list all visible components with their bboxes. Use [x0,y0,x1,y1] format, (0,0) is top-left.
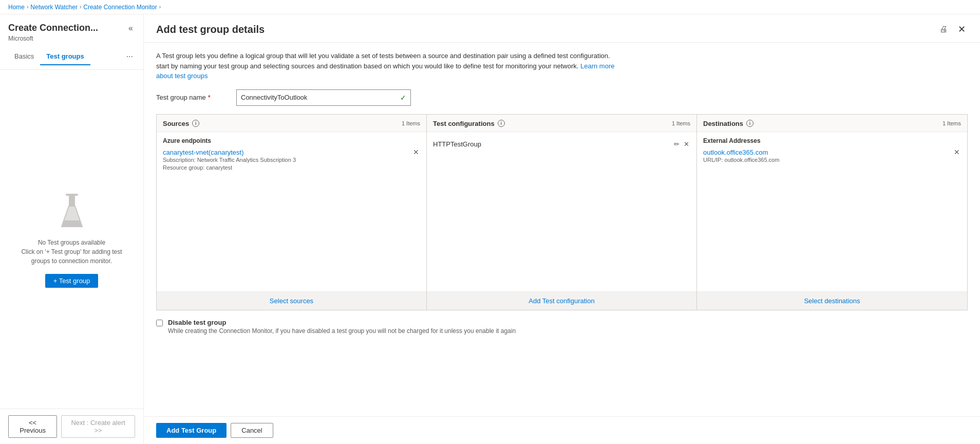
test-configuration-name: HTTPTestGroup [433,140,673,148]
test-configurations-panel: Test configurations i 1 Items HTTPTestGr… [427,115,697,310]
previous-button[interactable]: << Previous [8,415,57,438]
test-configuration-actions: ✏ ✕ [673,139,690,149]
sidebar-title: Create Connection... [8,23,98,34]
breadcrumb-network-watcher[interactable]: Network Watcher [30,4,78,11]
disable-test-group-checkbox[interactable] [156,320,163,326]
select-sources-link[interactable]: Select sources [270,297,313,305]
sidebar-bottom-nav: << Previous Next : Create alert >> [0,409,143,444]
input-check-icon: ✓ [400,94,406,102]
test-group-name-input[interactable] [241,94,390,101]
test-configurations-panel-body: HTTPTestGroup ✏ ✕ [427,132,696,291]
destinations-items-count: 1 Items [943,120,961,126]
svg-rect-1 [69,195,75,206]
test-configuration-item: HTTPTestGroup ✏ ✕ [433,137,690,151]
sidebar-subtitle: Microsoft [8,35,98,42]
tab-test-groups[interactable]: Test groups [40,48,90,65]
test-configurations-info-icon[interactable]: i [498,120,505,127]
test-configurations-panel-footer: Add Test configuration [427,291,696,310]
source-remove-button[interactable]: ✕ [412,149,420,156]
tab-basics[interactable]: Basics [8,48,40,65]
source-endpoint-link[interactable]: canarytest-vnet(canarytest) [163,149,296,156]
sources-info-icon[interactable]: i [192,120,199,127]
disable-test-group-description: While creating the Connection Monitor, i… [168,327,516,335]
destinations-panel-footer: Select destinations [697,291,967,310]
sidebar-nav: Basics Test groups ··· [0,44,143,70]
test-configurations-items-count: 1 Items [672,120,690,126]
destination-remove-button[interactable]: ✕ [953,149,961,156]
sidebar-content: No Test groups availableClick on '+ Test… [0,70,143,409]
panel-description: A Test group lets you define a logical g… [156,51,618,81]
destinations-panel: Destinations i 1 Items External Addresse… [697,115,967,310]
breadcrumb-create-connection-monitor[interactable]: Create Connection Monitor [83,4,157,11]
test-group-name-label: Test group name * [156,94,228,101]
sidebar-collapse-button[interactable]: « [126,23,135,34]
next-button: Next : Create alert >> [61,415,135,438]
panel-description-text: A Test group lets you define a logical g… [156,52,610,70]
sidebar-header: Create Connection... Microsoft « [0,14,143,44]
add-test-group-sidebar-button[interactable]: + Test group [45,274,99,288]
destinations-panel-header: Destinations i 1 Items [697,115,967,132]
source-item: canarytest-vnet(canarytest) Subscription… [163,149,420,172]
sidebar: Create Connection... Microsoft « Basics … [0,14,144,444]
destination-item: outlook.office365.com URL/IP: outlook.of… [703,149,961,164]
cancel-button[interactable]: Cancel [231,423,273,438]
three-panel-grid: Sources i 1 Items Azure endpoints canary… [156,114,968,310]
add-test-group-button[interactable]: Add Test Group [156,423,227,438]
breadcrumb-sep-1: › [27,4,28,10]
add-test-configuration-link[interactable]: Add Test configuration [529,297,594,305]
breadcrumb-sep-2: › [80,4,81,10]
panel: Add test group details 🖨 ✕ A Test group … [144,14,980,444]
test-group-name-row: Test group name * ✓ [156,89,968,106]
disable-test-group-section: Disable test group While creating the Co… [156,319,968,335]
sources-label: Sources [163,120,189,127]
sidebar-empty-text: No Test groups availableClick on '+ Test… [21,238,122,266]
select-destinations-link[interactable]: Select destinations [804,297,860,305]
source-subscription: Subscription: Network Traffic Analytics … [163,156,296,164]
panel-overlay: Add test group details 🖨 ✕ A Test group … [144,14,980,444]
panel-title: Add test group details [156,24,931,35]
source-resource-group: Resource group: canarytest [163,164,296,172]
panel-body: A Test group lets you define a logical g… [144,43,980,416]
breadcrumb-sep-3: › [159,4,161,10]
destinations-label: Destinations [703,120,743,127]
svg-rect-2 [66,194,78,196]
test-group-name-input-wrapper: ✓ [236,89,411,106]
sources-panel: Sources i 1 Items Azure endpoints canary… [157,115,427,310]
panel-close-button[interactable]: ✕ [956,23,968,36]
destinations-category: External Addresses [703,137,961,144]
sources-panel-footer: Select sources [157,291,426,310]
breadcrumb: Home › Network Watcher › Create Connecti… [0,0,980,14]
test-configuration-delete-button[interactable]: ✕ [683,139,690,149]
panel-print-button[interactable]: 🖨 [937,23,950,36]
sources-category: Azure endpoints [163,137,420,144]
breadcrumb-home[interactable]: Home [8,4,25,11]
required-indicator: * [208,94,211,101]
panel-header: Add test group details 🖨 ✕ [144,14,980,43]
destinations-panel-body: External Addresses outlook.office365.com… [697,132,967,291]
test-configuration-edit-button[interactable]: ✏ [673,139,681,149]
panel-footer: Add Test Group Cancel [144,416,980,444]
destination-url-ip: URL/IP: outlook.office365.com [703,156,779,164]
sources-panel-header: Sources i 1 Items [157,115,426,132]
test-configurations-label: Test configurations [433,120,495,127]
test-configurations-panel-header: Test configurations i 1 Items [427,115,696,132]
destinations-info-icon[interactable]: i [746,120,753,127]
flask-icon [51,191,92,232]
sources-items-count: 1 Items [402,120,420,126]
sources-panel-body: Azure endpoints canarytest-vnet(canaryte… [157,132,426,291]
disable-test-group-label[interactable]: Disable test group [168,319,226,326]
sidebar-more-button[interactable]: ··· [124,50,135,63]
destination-link[interactable]: outlook.office365.com [703,149,779,156]
